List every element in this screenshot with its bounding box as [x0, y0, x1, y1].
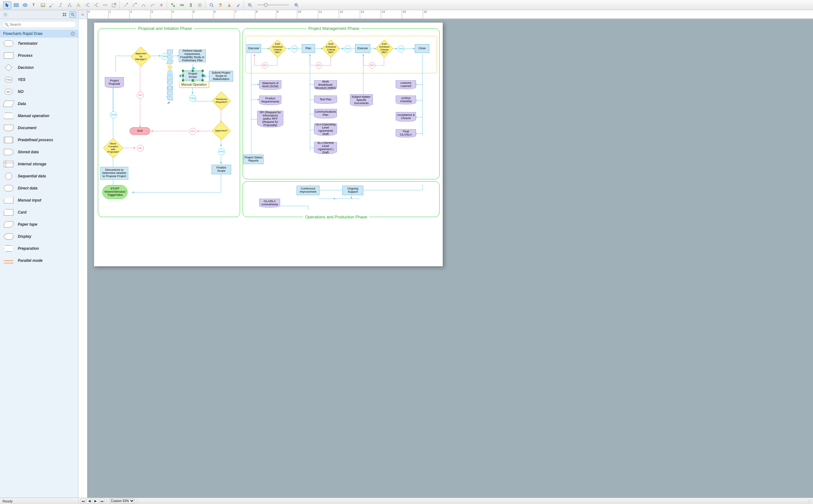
grid-view-button[interactable]: [61, 11, 68, 18]
node-discover[interactable]: Discover: [246, 44, 261, 53]
shape-decision[interactable]: Decision: [0, 62, 78, 74]
align-3[interactable]: [187, 1, 195, 9]
node-close[interactable]: Close: [415, 44, 430, 53]
tree-tool-3[interactable]: [83, 1, 91, 9]
nav-prev[interactable]: ◀: [87, 499, 92, 503]
node-rfi[interactable]: RFI (Request for Information) and/or RFP…: [257, 111, 283, 127]
align-1[interactable]: [169, 1, 177, 9]
search-view-button[interactable]: [69, 11, 76, 18]
shape-direct[interactable]: Direct data: [0, 182, 78, 194]
conn-yes-2[interactable]: YES: [189, 95, 196, 102]
conn-curve[interactable]: [130, 1, 139, 9]
node-cont-improve[interactable]: Continuous Improvement: [296, 186, 319, 195]
stamp-tool[interactable]: [225, 1, 233, 9]
shape-terminator[interactable]: Terminator: [0, 37, 78, 50]
text-tool[interactable]: T: [30, 1, 38, 9]
shape-manual-in[interactable]: Manual input: [0, 194, 78, 206]
canvas-scroll[interactable]: Proposal and Initiation Phase Project Ma…: [87, 19, 813, 498]
shape-predef[interactable]: Predefined process: [0, 134, 78, 146]
align-2[interactable]: [178, 1, 186, 9]
node-status-reports[interactable]: Project Status Reports: [243, 155, 263, 164]
node-sow[interactable]: Statement of Work (SOW): [259, 80, 281, 90]
node-comm-plan[interactable]: Communications Plan: [314, 109, 337, 118]
node-start[interactable]: START Motive/Stimulus/ Trigger/Idea: [102, 185, 128, 199]
shape-parallel[interactable]: Parallel mode: [0, 255, 78, 267]
conn-route[interactable]: [157, 1, 165, 9]
shape-document[interactable]: Document: [0, 122, 78, 134]
pointer-tool[interactable]: [3, 1, 11, 9]
shape-tape[interactable]: Paper tape: [0, 218, 78, 230]
image-tool[interactable]: [39, 1, 47, 9]
shape-display[interactable]: Display: [0, 230, 78, 242]
tree-tool-4[interactable]: [92, 1, 100, 9]
conn-yes-4[interactable]: YES: [218, 148, 225, 155]
conn-yes-c[interactable]: YES: [397, 45, 404, 52]
node-plan[interactable]: Plan: [302, 44, 315, 53]
tree-tool-1[interactable]: [65, 1, 74, 9]
tree-tool-2[interactable]: [74, 1, 83, 9]
shape-card[interactable]: Card: [0, 206, 78, 218]
conn-no-1[interactable]: NO: [137, 92, 144, 99]
conn-straight[interactable]: [122, 1, 130, 9]
export-tool[interactable]: [110, 1, 118, 9]
conn-arc[interactable]: [139, 1, 148, 9]
node-archive[interactable]: Archive Checklist: [396, 96, 416, 104]
node-lessons[interactable]: Lessons Learned: [396, 80, 416, 89]
shape-yes[interactable]: YESYES: [0, 74, 78, 86]
node-project-proposal[interactable]: Project Proposal: [105, 77, 124, 88]
node-prod-req[interactable]: Product Requirements: [259, 96, 281, 105]
node-project-scope[interactable]: Project Scope: [183, 71, 203, 80]
conn-tool-2[interactable]: [57, 1, 65, 9]
conn-no-b[interactable]: NO: [316, 62, 322, 69]
node-wbs[interactable]: Work Breakdown Structure (WBS): [314, 80, 337, 90]
node-acceptance[interactable]: Acceptance & Closure: [396, 112, 416, 122]
node-ola-amend[interactable]: OLA/SLA Amendments: [259, 199, 280, 208]
hand-tool[interactable]: [216, 1, 224, 9]
node-final-ola[interactable]: Final OLA/SLA: [396, 129, 416, 137]
close-icon[interactable]: ×: [70, 31, 75, 36]
tree-tool-5[interactable]: [101, 1, 109, 9]
nav-last[interactable]: ⏭: [99, 499, 104, 503]
conn-yes-b[interactable]: YES: [344, 45, 351, 52]
shape-stored[interactable]: Stored data: [0, 146, 78, 158]
tree-view-button[interactable]: [2, 11, 9, 18]
conn-yes-a[interactable]: YES: [291, 45, 298, 52]
rapid-draw-dock[interactable]: ↗: [167, 50, 173, 105]
zoom-area[interactable]: [207, 1, 216, 9]
node-ongoing[interactable]: Ongoing Support: [342, 186, 363, 195]
nav-next[interactable]: ▶: [93, 499, 98, 503]
conn-no-3[interactable]: NO: [189, 128, 196, 135]
shape-data[interactable]: Data: [0, 98, 78, 110]
node-submit-scope[interactable]: Submit Project Scope to Stakeholders: [209, 71, 233, 82]
conn-no-a[interactable]: NO: [262, 62, 268, 69]
conn-no-4[interactable]: NO: [137, 145, 144, 152]
zoom-in-button[interactable]: [292, 1, 300, 9]
node-test-plan[interactable]: Test Plan: [314, 96, 337, 104]
node-discussions[interactable]: Discussions to Determine whether to Prop…: [100, 167, 128, 180]
conn-no-c[interactable]: NO: [369, 62, 375, 69]
shape-manual-op[interactable]: Manual operation: [0, 110, 78, 122]
library-header[interactable]: Flowcharts Rapid Draw ×: [0, 30, 78, 37]
node-ola-draft[interactable]: OLA (Operating Level Agreement) Draft: [314, 123, 337, 136]
conn-bezier[interactable]: [148, 1, 157, 9]
eyedropper-tool[interactable]: [234, 1, 242, 9]
shape-seq[interactable]: Sequential data: [0, 170, 78, 182]
node-execute[interactable]: Execute: [355, 44, 370, 53]
node-sla-draft[interactable]: SLA (Service Level Agreement ) Draft: [314, 142, 337, 154]
zoom-slider[interactable]: [257, 4, 289, 5]
node-perform-needs[interactable]: Perform Needs Assessment, Feasibility St…: [179, 50, 206, 62]
search-input[interactable]: [2, 21, 76, 28]
conn-tool-1[interactable]: [48, 1, 56, 9]
shape-prep[interactable]: Preparation: [0, 242, 78, 255]
zoom-dropdown[interactable]: Custom 53%: [109, 499, 135, 503]
zoom-out-button[interactable]: [246, 1, 254, 9]
node-sme[interactable]: Subject-Matter-Specific Documents: [350, 94, 373, 106]
nav-first[interactable]: ⏮: [80, 499, 85, 503]
rect-tool[interactable]: [12, 1, 20, 9]
shape-storage[interactable]: Internal storage: [0, 158, 78, 170]
zoom-slider-handle[interactable]: [264, 3, 267, 7]
conn-yes-3[interactable]: YES: [110, 111, 117, 118]
align-4[interactable]: [196, 1, 204, 9]
ellipse-tool[interactable]: [21, 1, 29, 9]
node-end[interactable]: End: [130, 127, 150, 135]
